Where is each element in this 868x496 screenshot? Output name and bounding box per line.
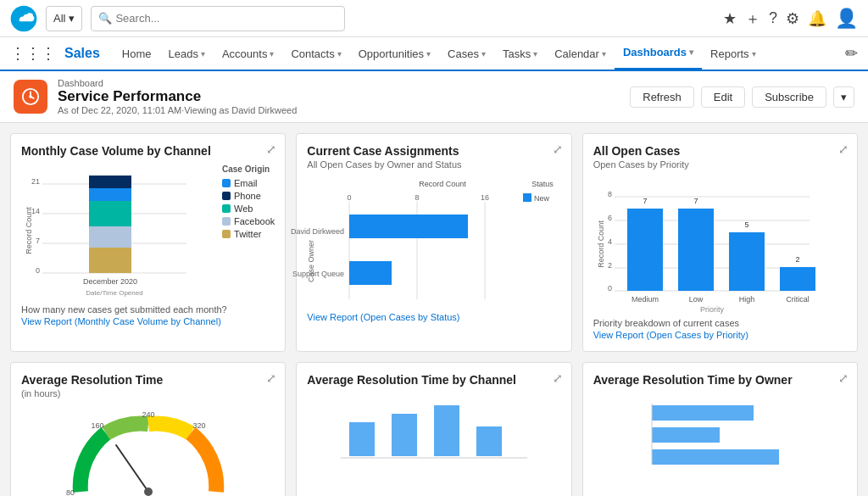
nav-item-home[interactable]: Home	[114, 36, 160, 70]
card-note: How many new cases get submitted each mo…	[21, 304, 275, 315]
refresh-button[interactable]: Refresh	[630, 86, 694, 108]
bar-high	[729, 232, 765, 291]
bar-low	[678, 209, 714, 291]
card-link[interactable]: View Report (Monthly Case Volume by Chan…	[21, 316, 221, 326]
chevron-down-icon: ▾	[752, 49, 756, 59]
nav-item-calendar[interactable]: Calendar ▾	[546, 36, 615, 70]
legend-title: Case Origin	[222, 164, 275, 174]
nav-item-reports[interactable]: Reports ▾	[702, 36, 765, 70]
gauge-chart: 80 160 240 320	[21, 407, 275, 496]
svg-text:0: 0	[36, 266, 40, 275]
gauge-green	[80, 433, 105, 492]
nav-item-label: Calendar	[554, 47, 599, 60]
svg-text:7: 7	[643, 197, 647, 205]
card-title: Average Resolution Time by Channel	[307, 373, 560, 387]
nav-item-tasks[interactable]: Tasks ▾	[494, 36, 546, 70]
nav-grid-icon[interactable]: ⋮⋮⋮	[10, 44, 56, 63]
svg-rect-51	[349, 422, 375, 456]
svg-text:Record Count: Record Count	[420, 180, 467, 188]
svg-rect-25	[523, 193, 531, 202]
svg-rect-52	[392, 414, 417, 456]
top-bar: All ▾ 🔍 ★ ＋ ? ⚙ 🔔 👤	[0, 0, 868, 37]
bar-twitter	[89, 248, 131, 273]
subscribe-button[interactable]: Subscribe	[752, 86, 826, 108]
svg-text:320: 320	[192, 421, 205, 430]
nav-app-label[interactable]: Sales	[64, 46, 100, 61]
legend-facebook: Facebook	[222, 216, 275, 226]
search-bar[interactable]: 🔍	[91, 6, 345, 31]
bar-critical	[780, 267, 815, 291]
svg-text:Medium: Medium	[632, 295, 659, 304]
card-title: Average Resolution Time	[21, 373, 275, 387]
search-scope-selector[interactable]: All ▾	[46, 6, 82, 31]
chevron-down-icon: ▾	[426, 49, 431, 59]
top-actions: ★ ＋ ? ⚙ 🔔 👤	[723, 8, 858, 30]
dashboard-header: Dashboard Service Performance As of Dec …	[0, 71, 868, 123]
card-subtitle: Open Cases by Priority	[593, 159, 847, 170]
expand-icon[interactable]: ⤢	[553, 142, 563, 156]
svg-text:New: New	[534, 194, 550, 203]
help-icon[interactable]: ?	[769, 9, 777, 27]
dashboard-title-wrap: Dashboard Service Performance As of Dec …	[58, 78, 297, 115]
bar-support	[349, 261, 392, 285]
bar-web	[89, 201, 131, 226]
expand-icon[interactable]: ⤢	[553, 371, 563, 385]
dashboard-actions: Refresh Edit Subscribe ▾	[630, 86, 854, 108]
search-icon: 🔍	[98, 12, 112, 25]
nav-item-leads[interactable]: Leads ▾	[160, 36, 214, 70]
chevron-down-icon: ▾	[201, 49, 205, 59]
svg-text:Low: Low	[688, 295, 703, 304]
card-avg-resolution-time-channel: Average Resolution Time by Channel ⤢	[296, 362, 571, 496]
svg-text:December 2020: December 2020	[83, 277, 137, 286]
card-title: All Open Cases	[593, 144, 847, 158]
card-current-case-assignments: Current Case Assignments All Open Cases …	[296, 133, 571, 352]
more-actions-button[interactable]: ▾	[833, 86, 854, 108]
svg-text:6: 6	[608, 214, 612, 222]
open-cases-chart: Record Count 0 2 4 6 8 7 7	[593, 176, 831, 312]
svg-text:4: 4	[608, 237, 612, 246]
nav-item-contacts[interactable]: Contacts ▾	[282, 36, 349, 70]
notifications-icon[interactable]: 🔔	[808, 9, 826, 28]
nav-item-cases[interactable]: Cases ▾	[439, 36, 494, 70]
svg-text:160: 160	[91, 421, 103, 430]
card-link[interactable]: View Report (Open Cases by Priority)	[593, 330, 748, 340]
expand-icon[interactable]: ⤢	[266, 371, 276, 385]
nav-item-accounts[interactable]: Accounts ▾	[214, 36, 282, 70]
nav-item-dashboards[interactable]: Dashboards ▾	[615, 36, 702, 70]
svg-text:8: 8	[415, 193, 420, 202]
chart-placeholder	[307, 388, 560, 473]
svg-rect-53	[434, 405, 459, 456]
nav-edit-icon[interactable]: ✏	[845, 44, 858, 63]
nav-item-label: Opportunities	[359, 47, 424, 60]
chevron-down-icon: ▾	[533, 49, 537, 59]
search-input[interactable]	[115, 12, 337, 25]
gauge-svg: 80 160 240 320	[55, 407, 242, 496]
card-subtitle: All Open Cases by Owner and Status	[307, 159, 560, 170]
nav-item-label: Cases	[448, 47, 479, 60]
svg-text:Date/Time Opened: Date/Time Opened	[86, 289, 142, 297]
star-icon[interactable]: ★	[723, 9, 737, 28]
card-link[interactable]: View Report (Open Cases by Status)	[307, 312, 459, 322]
legend-phone: Phone	[222, 191, 275, 201]
avatar-icon[interactable]: 👤	[835, 8, 858, 30]
svg-text:16: 16	[481, 193, 489, 202]
nav-item-label: Home	[122, 47, 152, 60]
svg-text:240: 240	[142, 410, 154, 419]
svg-text:80: 80	[66, 488, 75, 496]
settings-icon[interactable]: ⚙	[786, 9, 799, 28]
bar-email	[89, 188, 131, 201]
expand-icon[interactable]: ⤢	[838, 142, 849, 156]
expand-icon[interactable]: ⤢	[266, 142, 276, 156]
owner-chart	[618, 397, 821, 465]
edit-button[interactable]: Edit	[701, 86, 745, 108]
chevron-down-icon: ▾	[602, 49, 606, 59]
salesforce-logo[interactable]	[10, 5, 37, 32]
expand-icon[interactable]: ⤢	[838, 371, 849, 385]
legend-twitter: Twitter	[222, 229, 275, 239]
add-icon[interactable]: ＋	[745, 8, 760, 29]
nav-item-opportunities[interactable]: Opportunities ▾	[350, 36, 439, 70]
gauge-needle	[116, 445, 148, 492]
card-monthly-case-volume: Monthly Case Volume by Channel ⤢ Record …	[10, 133, 286, 352]
svg-text:High: High	[738, 295, 754, 304]
svg-text:0: 0	[608, 284, 612, 293]
